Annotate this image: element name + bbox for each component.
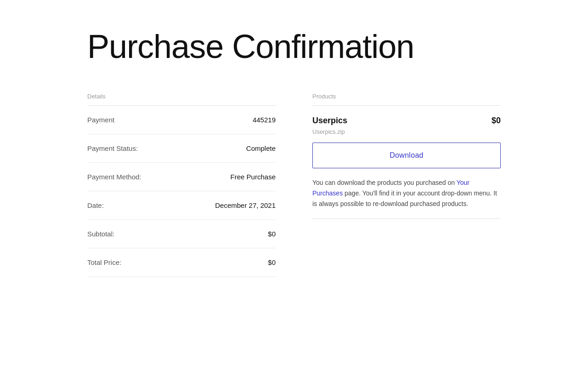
payment-method-value: Free Purchase [231, 173, 276, 181]
payment-value: 445219 [253, 116, 276, 124]
product-price: $0 [492, 116, 501, 126]
page-title: Purchase Confirmation [87, 28, 501, 65]
total-price-row: Total Price: $0 [87, 248, 276, 277]
total-price-label: Total Price: [87, 258, 121, 266]
content-grid: Details Payment 445219 Payment Status: C… [87, 93, 501, 277]
product-header: Userpics $0 [312, 106, 501, 128]
download-info-text-1: You can download the products you purcha… [312, 179, 457, 186]
total-price-value: $0 [268, 258, 276, 266]
download-info: You can download the products you purcha… [312, 178, 501, 219]
product-name: Userpics [312, 116, 347, 126]
details-section: Details Payment 445219 Payment Status: C… [87, 93, 276, 277]
payment-status-row: Payment Status: Complete [87, 134, 276, 163]
products-section-label: Products [312, 93, 501, 106]
date-label: Date: [87, 201, 104, 209]
date-value: December 27, 2021 [215, 201, 276, 209]
details-section-label: Details [87, 93, 276, 106]
subtotal-value: $0 [268, 230, 276, 238]
product-filename: Userpics.zip [312, 128, 501, 135]
payment-row: Payment 445219 [87, 106, 276, 134]
page-container: Purchase Confirmation Details Payment 44… [41, 0, 547, 304]
payment-status-value: Complete [246, 144, 276, 152]
date-row: Date: December 27, 2021 [87, 191, 276, 220]
payment-label: Payment [87, 116, 114, 124]
payment-status-label: Payment Status: [87, 144, 138, 152]
download-button[interactable]: Download [312, 143, 501, 168]
subtotal-label: Subtotal: [87, 230, 114, 238]
products-section: Products Userpics $0 Userpics.zip Downlo… [312, 93, 501, 277]
payment-method-label: Payment Method: [87, 173, 141, 181]
subtotal-row: Subtotal: $0 [87, 220, 276, 248]
payment-method-row: Payment Method: Free Purchase [87, 163, 276, 191]
